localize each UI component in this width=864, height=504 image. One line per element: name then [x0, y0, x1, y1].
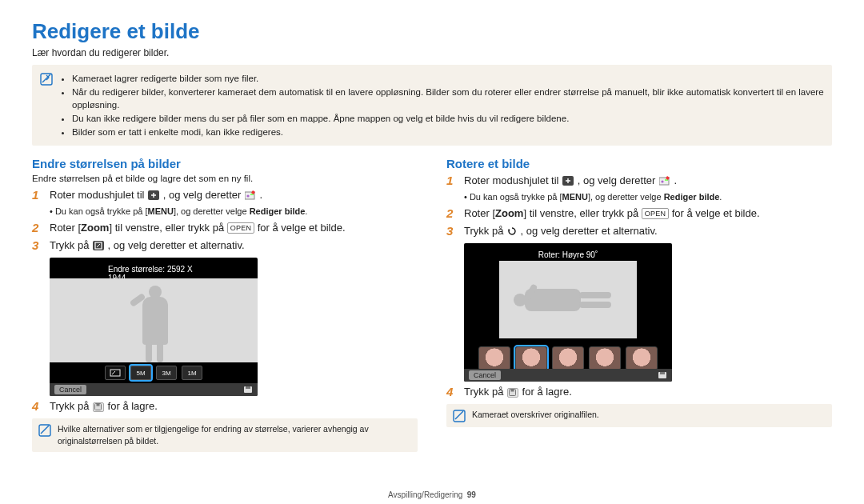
text: for å velge et bilde. [669, 207, 759, 219]
screen-footer: Cancel [464, 369, 672, 382]
person-silhouette [122, 282, 186, 362]
screen-viewport [499, 261, 637, 338]
column-rotate: Rotere et bilde 1 Roter modushjulet til … [446, 157, 832, 451]
step-text: Roter modushjulet til , og velg deretter… [464, 174, 832, 188]
size-option[interactable]: 3M [156, 366, 177, 380]
text: Roter [ [464, 207, 495, 219]
edit-picture-icon [659, 176, 670, 186]
save-icon[interactable] [243, 386, 253, 394]
step-text: Trykk på for å lagre. [464, 385, 832, 399]
step-item: 2 Roter [Zoom] til venstre, eller trykk … [446, 206, 832, 221]
rotate-icon [507, 226, 517, 236]
resize-options-row: 5M 3M 1M [50, 362, 258, 383]
page-footer: Avspilling/Redigering 99 [0, 490, 864, 499]
svg-rect-8 [246, 386, 250, 389]
text-bold: Rediger bilde [250, 206, 306, 216]
text: Trykk på [464, 225, 506, 237]
page-subtitle: Lær hvordan du redigerer bilder. [32, 47, 832, 58]
size-option[interactable] [105, 366, 126, 380]
step-text: Trykk på for å lagre. [50, 399, 418, 414]
text: ] til venstre, eller trykk på [523, 207, 641, 219]
step-subnote: Du kan også trykke på [MENU], og derette… [50, 206, 418, 218]
cancel-button[interactable]: Cancel [469, 370, 501, 380]
bottom-note-right: Kameraet overskriver originalfilen. [446, 404, 832, 427]
save-icon [93, 402, 104, 412]
text: for å velge et bilde. [254, 222, 345, 234]
note-icon [40, 73, 53, 86]
cancel-button[interactable]: Cancel [54, 385, 86, 394]
text: Roter modushjulet til [464, 174, 562, 186]
text: . [260, 189, 263, 201]
step-item: 2 Roter [Zoom] til venstre, eller trykk … [32, 221, 418, 235]
footer-section: Avspilling/Redigering [388, 490, 462, 499]
svg-point-14 [661, 181, 663, 183]
note-text: Hvilke alternativer som er tilgjengelige… [58, 423, 411, 446]
save-icon [507, 388, 518, 398]
text: for å lagre. [522, 386, 572, 398]
rotate-option[interactable] [626, 346, 658, 370]
text: . [674, 174, 678, 186]
step-item: 4 Trykk på for å lagre. [446, 385, 832, 399]
text: , og velg deretter et alternativ. [521, 225, 658, 237]
rotate-option[interactable] [478, 346, 510, 370]
text: , og velg deretter [578, 174, 658, 186]
rotate-option[interactable] [552, 346, 584, 370]
steps-list-resize: 2 Roter [Zoom] til venstre, eller trykk … [32, 221, 418, 253]
step-number: 1 [32, 188, 43, 202]
size-option[interactable]: 5M [130, 366, 151, 380]
edit-picture-icon [245, 190, 256, 200]
text-bold: Rediger bilde [664, 192, 720, 202]
rotate-options-row [464, 348, 672, 369]
steps-list-resize: 1 Roter modushjulet til , og velg derett… [32, 188, 418, 202]
step-text: Trykk på , og velg deretter et alternati… [464, 224, 832, 238]
rotate-option[interactable] [515, 346, 547, 370]
screen-label: Roter: Høyre 90˚ [532, 248, 604, 262]
svg-rect-6 [110, 370, 120, 376]
text: Roter modushjulet til [50, 189, 147, 201]
steps-list-rotate: 1 Roter modushjulet til , og velg derett… [446, 174, 832, 188]
text: , og velg deretter et alternativ. [108, 239, 245, 251]
camera-screen-rotate: Roter: Høyre 90˚ Cancel [464, 243, 672, 382]
svg-rect-11 [39, 425, 50, 436]
step-item: 3 Trykk på , og velg deretter et alterna… [32, 238, 418, 253]
section-heading-rotate: Rotere et bilde [446, 157, 832, 170]
steps-list-rotate: 4 Trykk på for å lagre. [446, 385, 832, 399]
text: ], og deretter velge [588, 192, 664, 202]
size-option[interactable]: 1M [182, 366, 202, 380]
top-note-box: Kameraet lagrer redigerte bilder som nye… [32, 65, 832, 146]
menu-key-label: MENU [562, 192, 587, 202]
text: . [305, 206, 307, 216]
step-number: 4 [32, 399, 43, 414]
step-number: 4 [446, 385, 458, 399]
text: for å lagre. [108, 400, 158, 412]
step-subnote: Du kan også trykke på [MENU], og derette… [464, 191, 832, 203]
top-note-item: Kameraet lagrer redigerte bilder som nye… [72, 72, 824, 85]
step-number: 1 [446, 174, 458, 188]
text: Roter [ [50, 222, 81, 234]
step-text: Roter modushjulet til , og velg deretter… [50, 188, 418, 202]
step-item: 3 Trykk på , og velg deretter et alterna… [446, 224, 832, 238]
step-text: Trykk på , og velg deretter et alternati… [50, 238, 418, 253]
text: Du kan også trykke på [ [55, 206, 148, 216]
steps-list-rotate: 2 Roter [Zoom] til venstre, eller trykk … [446, 206, 832, 238]
rotate-option[interactable] [589, 346, 621, 370]
text: Trykk på [50, 239, 92, 251]
top-note-item: Du kan ikke redigere bilder mens du ser … [72, 112, 824, 125]
screen-viewport [50, 278, 258, 362]
svg-rect-10 [97, 404, 100, 406]
camera-screen-resize: Endre størrelse: 2592 X 1944 5M 3M 1M Ca… [50, 258, 258, 396]
step-number: 2 [446, 206, 458, 221]
page-title: Redigere et bilde [32, 19, 832, 44]
save-icon[interactable] [658, 371, 667, 379]
text: Du kan også trykke på [ [470, 192, 562, 202]
text: ], og deretter velge [174, 206, 250, 216]
note-text: Kameraet overskriver originalfilen. [472, 409, 599, 422]
note-icon [453, 410, 466, 422]
top-note-list: Kameraet lagrer redigerte bilder som nye… [61, 71, 824, 139]
bottom-note-left: Hvilke alternativer som er tilgjengelige… [32, 418, 418, 451]
section-heading-resize: Endre størrelsen på bilder [32, 157, 418, 170]
mode-dial-plus-icon [148, 190, 159, 200]
manual-page: Redigere et bilde Lær hvordan du rediger… [0, 0, 864, 460]
resize-icon [93, 241, 104, 250]
person-silhouette-rotated [512, 284, 624, 316]
